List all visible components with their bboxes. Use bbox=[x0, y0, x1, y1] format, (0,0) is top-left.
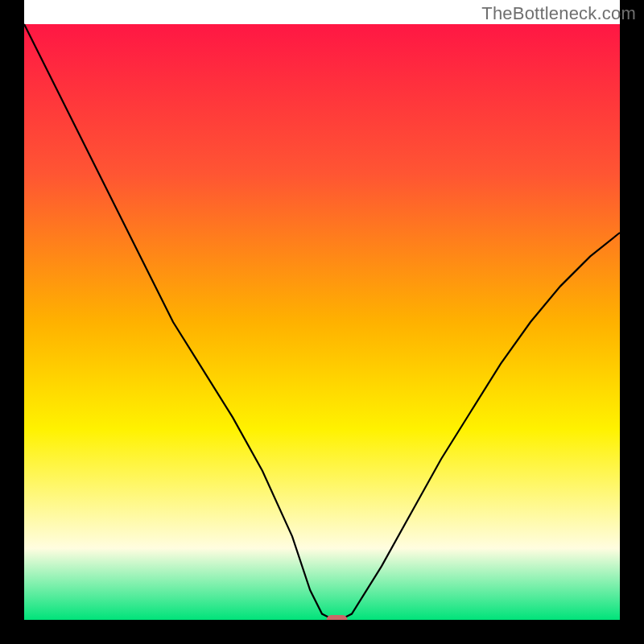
frame-right bbox=[620, 0, 644, 644]
chart-container: TheBottleneck.com bbox=[0, 0, 644, 644]
frame-bottom bbox=[0, 620, 644, 644]
frame-left bbox=[0, 0, 24, 644]
watermark-text: TheBottleneck.com bbox=[481, 3, 636, 24]
bottleneck-chart bbox=[0, 0, 644, 644]
